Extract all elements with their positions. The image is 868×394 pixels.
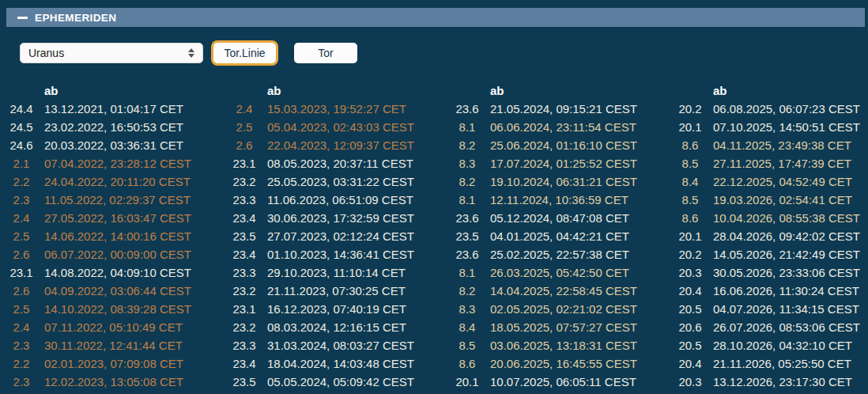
gate-line-value: 8.6 bbox=[675, 209, 705, 227]
column-header-ab: ab bbox=[490, 81, 675, 100]
ephemeris-column-1: ab24.413.12.2021, 01:04:17 CET24.523.02.… bbox=[6, 81, 229, 391]
transit-datetime: 22.12.2025, 04:52:49 CET bbox=[713, 172, 852, 191]
ephemeris-table: ab24.413.12.2021, 01:04:17 CET24.523.02.… bbox=[6, 81, 868, 391]
transit-datetime: 26.07.2026, 08:53:06 CEST bbox=[713, 318, 860, 336]
transit-datetime: 18.05.2025, 07:57:27 CEST bbox=[490, 318, 637, 336]
gate-line-value: 8.5 bbox=[452, 336, 482, 354]
transit-datetime: 22.04.2023, 12:09:37 CEST bbox=[267, 136, 414, 154]
gate-line-value: 2.5 bbox=[229, 118, 259, 136]
gate-line-value: 2.3 bbox=[6, 373, 36, 391]
ephemeris-row: 23.621.05.2024, 09:15:21 CEST bbox=[452, 100, 675, 118]
transit-datetime: 14.05.2026, 21:42:49 CEST bbox=[713, 245, 860, 263]
transit-datetime: 18.04.2024, 14:03:48 CEST bbox=[267, 354, 414, 373]
ephemeris-row: 8.422.12.2025, 04:52:49 CET bbox=[675, 172, 868, 191]
transit-datetime: 21.05.2024, 09:15:21 CEST bbox=[490, 100, 637, 118]
ephemeris-row: 8.620.06.2025, 16:45:55 CEST bbox=[452, 354, 675, 373]
gate-line-value: 2.4 bbox=[229, 100, 259, 118]
ephemeris-row: 20.421.11.2026, 05:25:50 CET bbox=[675, 354, 868, 373]
transit-datetime: 06.07.2022, 00:09:00 CEST bbox=[44, 245, 191, 263]
ephemeris-row: 8.225.06.2024, 01:16:10 CEST bbox=[452, 136, 675, 154]
transit-datetime: 20.03.2022, 03:36:31 CET bbox=[44, 136, 183, 154]
transit-datetime: 13.12.2021, 01:04:17 CET bbox=[44, 100, 183, 118]
ephemeris-row: 2.107.04.2022, 23:28:12 CEST bbox=[6, 154, 229, 172]
gate-line-value: 2.1 bbox=[6, 154, 36, 172]
ephemeris-row: 20.107.10.2025, 14:50:51 CEST bbox=[675, 118, 868, 136]
ephemeris-row: 8.126.03.2025, 05:42:50 CET bbox=[452, 263, 675, 282]
ephemeris-row: 2.514.06.2022, 14:00:16 CEST bbox=[6, 227, 229, 245]
gate-line-value: 24.4 bbox=[6, 100, 36, 118]
transit-datetime: 25.02.2025, 22:57:38 CET bbox=[490, 245, 629, 263]
transit-datetime: 04.01.2025, 04:42:21 CET bbox=[490, 227, 629, 245]
transit-datetime: 11.05.2022, 02:29:37 CEST bbox=[44, 191, 191, 209]
gate-line-value: 2.3 bbox=[6, 191, 36, 209]
ephemeris-row: 8.112.11.2024, 10:36:59 CET bbox=[452, 191, 675, 209]
gate-line-value: 2.5 bbox=[6, 300, 36, 318]
gate-line-value: 2.6 bbox=[6, 245, 36, 263]
transit-datetime: 11.06.2023, 06:51:09 CEST bbox=[267, 191, 413, 209]
controls-bar: Uranus Tor.Linie Tor bbox=[20, 43, 357, 63]
tor-linie-button[interactable]: Tor.Linie bbox=[213, 43, 276, 63]
gate-line-value: 8.3 bbox=[452, 154, 482, 172]
gate-line-value: 20.5 bbox=[675, 336, 705, 354]
ephemeris-row: 24.620.03.2022, 03:36:31 CET bbox=[6, 136, 229, 154]
ephemeris-row: 24.523.02.2022, 16:50:53 CET bbox=[6, 118, 229, 136]
transit-datetime: 04.07.2026, 11:34:15 CEST bbox=[713, 300, 859, 318]
select-stepper-icon bbox=[188, 48, 194, 58]
ephemeris-row: 23.116.12.2023, 07:40:19 CET bbox=[229, 300, 452, 318]
transit-datetime: 06.08.2025, 06:07:23 CEST bbox=[713, 100, 860, 118]
ephemeris-row: 23.208.03.2024, 12:16:15 CET bbox=[229, 318, 452, 336]
transit-datetime: 04.11.2025, 23:49:38 CET bbox=[713, 136, 851, 154]
transit-datetime: 16.06.2026, 11:30:24 CEST bbox=[713, 282, 859, 300]
ephemeris-row: 23.605.12.2024, 08:47:08 CET bbox=[452, 209, 675, 227]
column-header-ab: ab bbox=[44, 81, 229, 100]
transit-datetime: 29.10.2023, 11:10:14 CET bbox=[267, 263, 406, 282]
transit-datetime: 28.10.2026, 04:32:10 CET bbox=[713, 336, 852, 354]
gate-line-value: 8.5 bbox=[675, 191, 705, 209]
transit-datetime: 19.03.2026, 02:54:41 CET bbox=[713, 191, 852, 209]
transit-datetime: 27.11.2025, 17:47:39 CET bbox=[713, 154, 851, 172]
transit-datetime: 16.12.2023, 07:40:19 CET bbox=[267, 300, 406, 318]
ephemeris-row: 8.106.06.2024, 23:11:54 CEST bbox=[452, 118, 675, 136]
ephemeris-row: 8.604.11.2025, 23:49:38 CET bbox=[675, 136, 868, 154]
gate-line-value: 8.1 bbox=[452, 191, 482, 209]
gate-line-value: 20.5 bbox=[675, 300, 705, 318]
transit-datetime: 07.11.2022, 05:10:49 CET bbox=[44, 318, 183, 336]
gate-line-value: 8.6 bbox=[675, 136, 705, 154]
transit-datetime: 01.10.2023, 14:36:41 CEST bbox=[267, 245, 414, 263]
transit-datetime: 12.02.2023, 13:05:08 CET bbox=[44, 373, 183, 391]
column-header-ab: ab bbox=[713, 81, 868, 100]
gate-line-value: 8.2 bbox=[452, 282, 482, 300]
gate-line-value: 8.5 bbox=[675, 154, 705, 172]
transit-datetime: 10.07.2025, 06:05:11 CEST bbox=[490, 373, 636, 391]
gate-line-value: 23.6 bbox=[452, 245, 482, 263]
ephemeris-row: 20.214.05.2026, 21:42:49 CEST bbox=[675, 245, 868, 263]
ephemeris-row: 8.317.07.2024, 01:25:52 CEST bbox=[452, 154, 675, 172]
gate-line-value: 2.3 bbox=[6, 336, 36, 354]
gate-line-value: 2.2 bbox=[6, 354, 36, 373]
transit-datetime: 21.11.2026, 05:25:50 CET bbox=[713, 354, 851, 373]
collapse-minus-icon[interactable] bbox=[17, 17, 28, 19]
ephemeris-row: 2.514.10.2022, 08:39:28 CEST bbox=[6, 300, 229, 318]
tor-button[interactable]: Tor bbox=[294, 43, 357, 63]
gate-line-value: 20.6 bbox=[675, 318, 705, 336]
gate-line-value: 20.3 bbox=[675, 263, 705, 282]
ephemeris-row: 20.626.07.2026, 08:53:06 CEST bbox=[675, 318, 868, 336]
gate-line-value: 24.5 bbox=[6, 118, 36, 136]
transit-datetime: 13.12.2026, 23:17:30 CET bbox=[713, 373, 852, 391]
ephemeris-row: 2.311.05.2022, 02:29:37 CEST bbox=[6, 191, 229, 209]
gate-line-value: 23.3 bbox=[229, 263, 259, 282]
transit-datetime: 27.07.2023, 02:12:24 CEST bbox=[267, 227, 414, 245]
ephemeris-row: 2.312.02.2023, 13:05:08 CET bbox=[6, 373, 229, 391]
planet-select[interactable]: Uranus bbox=[20, 43, 203, 63]
ephemeris-row: 23.430.06.2023, 17:32:59 CEST bbox=[229, 209, 452, 227]
transit-datetime: 08.05.2023, 20:37:11 CEST bbox=[267, 154, 413, 172]
ephemeris-row: 2.407.11.2022, 05:10:49 CET bbox=[6, 318, 229, 336]
transit-datetime: 30.06.2023, 17:32:59 CEST bbox=[267, 209, 414, 227]
panel-title: EPHEMERIDEN bbox=[35, 12, 116, 24]
transit-datetime: 15.03.2023, 19:52:27 CET bbox=[267, 100, 406, 118]
gate-line-value: 8.1 bbox=[452, 118, 482, 136]
ephemeris-row: 23.329.10.2023, 11:10:14 CET bbox=[229, 263, 452, 282]
ephemeris-column-3: ab23.621.05.2024, 09:15:21 CEST8.106.06.… bbox=[452, 81, 675, 391]
ephemeris-row: 23.401.10.2023, 14:36:41 CEST bbox=[229, 245, 452, 263]
gate-line-value: 23.6 bbox=[452, 100, 482, 118]
